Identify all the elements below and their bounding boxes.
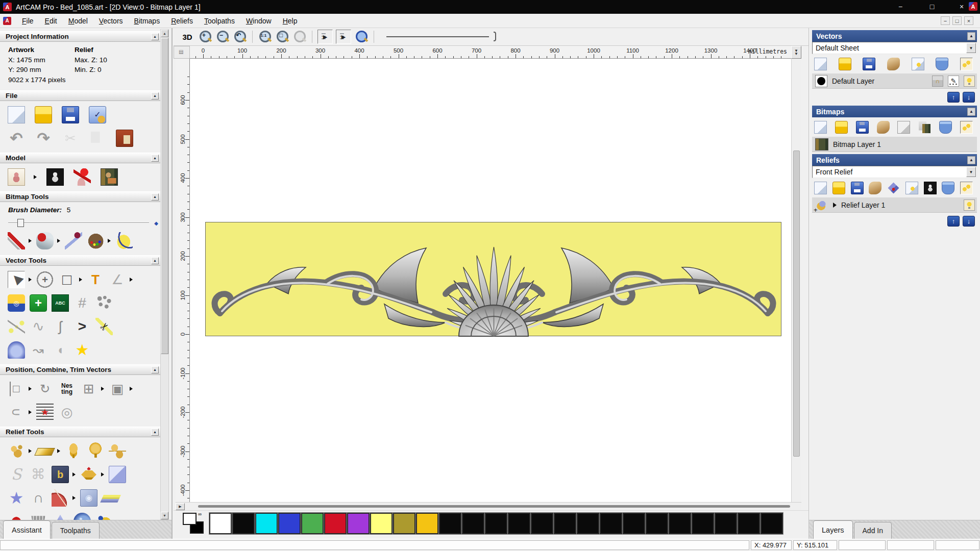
scroll-left-button[interactable]: ▶	[176, 503, 185, 510]
select-vectors-icon[interactable]: ▶	[8, 271, 25, 288]
open-relief-layer-icon[interactable]	[832, 182, 845, 194]
fit-curve-icon[interactable]: ʃ	[52, 318, 69, 335]
toggle-all-vectors-visibility-icon[interactable]	[960, 58, 973, 70]
move-layer-down-button[interactable]: ↓	[963, 92, 975, 103]
collapse-button[interactable]: ▲	[151, 429, 159, 436]
menu-vectors[interactable]: Vectors	[93, 15, 129, 27]
primary-secondary-colour-widget[interactable]: ∞	[183, 513, 206, 535]
offset-relief-icon[interactable]	[100, 495, 121, 503]
spiral-icon[interactable]: ◎	[58, 404, 76, 421]
collapse-button[interactable]: ▲	[151, 193, 159, 201]
calculate-relief-flyout-arrow[interactable]	[29, 449, 32, 453]
wrap-relief-icon[interactable]	[109, 466, 126, 483]
extrude-relief-flyout-arrow[interactable]	[101, 472, 104, 477]
create-rectangle-flyout-arrow[interactable]	[79, 278, 82, 282]
cut-icon[interactable]: ✂	[62, 130, 79, 147]
open-bitmap-layer-icon[interactable]	[835, 121, 848, 134]
mirror-vectors-icon[interactable]: ◖	[52, 341, 69, 359]
mdi-close-button[interactable]: ×	[964, 16, 973, 25]
slider-handle[interactable]	[17, 219, 24, 227]
tab-toolpaths[interactable]: Toolpaths	[52, 522, 100, 539]
load-image-icon[interactable]	[101, 168, 118, 186]
free-sketch-icon[interactable]: ∿	[30, 318, 47, 335]
tab-add-in[interactable]: Add In	[854, 522, 892, 539]
measure-flyout-arrow[interactable]	[130, 278, 133, 282]
relief-layer-row[interactable]: + Relief Layer 1	[812, 197, 977, 213]
palette-swatch-9[interactable]	[416, 513, 438, 534]
palette-swatch-7[interactable]	[370, 513, 393, 534]
palette-swatch-18[interactable]	[623, 513, 645, 534]
two-rail-sweep-icon[interactable]	[109, 442, 126, 460]
block-align-icon[interactable]: □	[8, 380, 25, 397]
constrain-relief-icon[interactable]: ∩	[30, 489, 47, 507]
collapse-button[interactable]: ▲	[151, 33, 159, 40]
mdi-minimize-button[interactable]: −	[941, 16, 950, 25]
palette-swatch-6[interactable]	[347, 513, 370, 534]
fan-relief-icon[interactable]	[52, 489, 69, 507]
undo-icon[interactable]: ↶	[8, 130, 25, 147]
measure-icon[interactable]: ∠	[109, 271, 126, 288]
scrollbar-thumb[interactable]	[793, 151, 800, 457]
canvas-horizontal-scrollbar[interactable]: ▶	[176, 502, 801, 510]
emboss-relief-icon[interactable]: ◉	[80, 489, 97, 507]
menu-window[interactable]: Window	[240, 15, 277, 27]
blank-bitmap-layer-icon[interactable]	[897, 121, 910, 134]
palette-swatch-19[interactable]	[646, 513, 668, 534]
chevron-down-icon[interactable]: ▼	[966, 43, 976, 53]
extrude-relief-icon[interactable]	[80, 466, 97, 483]
bitmap-artwork[interactable]: .sc {stroke:#6e6e6e; stroke-width:12; fi…	[205, 222, 781, 336]
menu-file[interactable]: File	[16, 15, 39, 27]
new-vector-layer-icon[interactable]	[814, 58, 827, 70]
node-editing-icon[interactable]	[8, 318, 25, 335]
palette-swatch-13[interactable]	[508, 513, 530, 534]
ruler-options-button[interactable]: ▼▼	[791, 46, 801, 59]
palette-swatch-1[interactable]	[232, 513, 255, 534]
move-layer-up-button[interactable]: ↑	[947, 92, 960, 103]
set-model-size-flyout-arrow[interactable]	[34, 175, 37, 179]
palette-swatch-10[interactable]	[439, 513, 461, 534]
sheet-select[interactable]: Default Sheet ▼	[812, 42, 977, 54]
save-vector-layer-icon[interactable]	[863, 58, 875, 70]
menu-toolpaths[interactable]: Toolpaths	[199, 15, 240, 27]
scrollbar-thumb[interactable]	[198, 505, 790, 508]
palette-swatch-16[interactable]	[577, 513, 599, 534]
nesting-icon[interactable]: Nesting	[58, 380, 76, 397]
vector-library-icon[interactable]: ABC	[52, 294, 69, 312]
align-objects-flyout-arrow[interactable]	[101, 387, 104, 391]
palette-swatch-0[interactable]	[209, 513, 232, 534]
menu-reliefs[interactable]: Reliefs	[165, 15, 199, 27]
transform-vectors-icon[interactable]: +	[36, 271, 54, 288]
merge-relief-layers-icon[interactable]	[869, 182, 881, 194]
shape-editor-flyout-arrow[interactable]	[57, 449, 60, 453]
toggle-vector-visibility-button[interactable]: ▶	[336, 30, 351, 44]
scroll-down-button[interactable]: ▼	[161, 512, 168, 519]
set-model-size-icon[interactable]	[8, 168, 25, 186]
preview-relief-layer-button[interactable]	[354, 30, 369, 44]
snap-layer-button[interactable]: ✎	[948, 76, 959, 87]
transfer-relief-icon[interactable]	[887, 182, 900, 194]
join-vectors-icon[interactable]: ∪	[8, 404, 25, 421]
zoom-in-button[interactable]: +	[198, 30, 212, 44]
new-bitmap-layer-icon[interactable]	[814, 121, 827, 134]
palette-swatch-23[interactable]	[738, 513, 760, 534]
weld-vectors-icon[interactable]: ▣	[109, 380, 126, 397]
collapse-button[interactable]: ▲	[151, 92, 159, 99]
palette-swatch-21[interactable]	[692, 513, 714, 534]
edit-palette-flyout-arrow[interactable]	[108, 239, 111, 243]
zoom-out-button[interactable]: −	[215, 30, 230, 44]
new-relief-layer-icon[interactable]	[814, 182, 827, 194]
delete-vector-layer-icon[interactable]	[936, 58, 948, 70]
save-bitmap-layer-icon[interactable]	[856, 121, 869, 134]
zoom-1to1-button[interactable]: 1:1	[258, 30, 272, 44]
collapse-button[interactable]: ▲	[151, 257, 159, 264]
menu-help[interactable]: Help	[277, 15, 303, 27]
paint-icon[interactable]	[8, 232, 25, 249]
merge-vector-layers-icon[interactable]	[887, 58, 900, 70]
create-shape-icon[interactable]: +	[30, 294, 47, 312]
zoom-fit-button[interactable]: □	[275, 30, 289, 44]
toggle-all-reliefs-visibility-icon[interactable]	[960, 182, 973, 194]
create-arc-icon[interactable]: >	[74, 318, 91, 335]
primary-colour[interactable]	[183, 513, 197, 525]
flood-fill-flyout-arrow[interactable]	[57, 239, 60, 243]
open-model-icon[interactable]	[35, 106, 52, 123]
